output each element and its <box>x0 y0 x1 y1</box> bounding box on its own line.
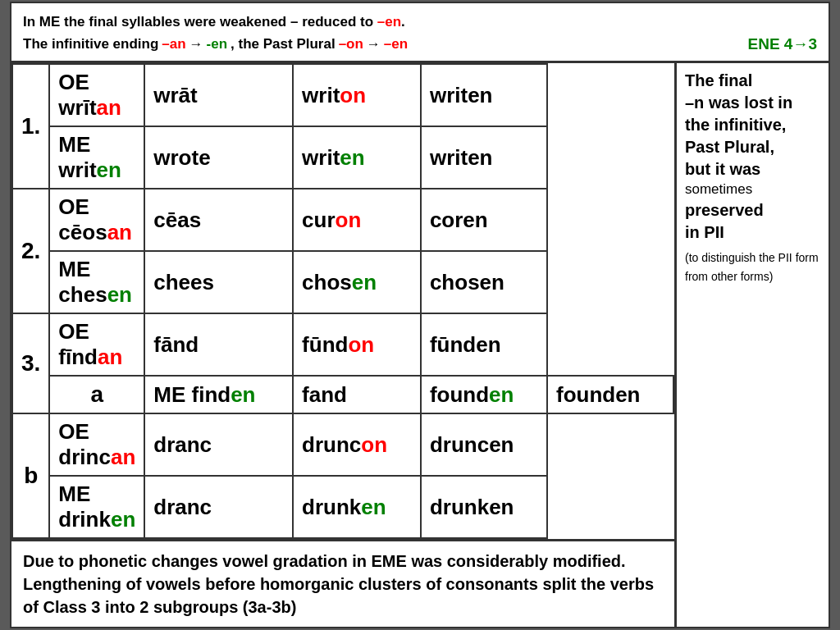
cell-me-finden: ME finden <box>144 376 293 413</box>
sidebar-line6: preserved <box>685 199 820 221</box>
cell-me-chesen: ME chesen <box>49 251 144 313</box>
cell-oe-drincan: OE drincan <box>49 413 144 476</box>
footer-text: Due to phonetic changes vowel gradation … <box>11 539 674 627</box>
cell-founden1: founden <box>421 376 547 413</box>
row-num-a: a <box>49 376 144 413</box>
sidebar-line3: Past Plural, <box>685 136 820 158</box>
cell-fand2: fand <box>293 376 421 413</box>
cell-oe-writan: OE wrītan <box>49 64 144 126</box>
cell-wrat: wrāt <box>144 64 293 126</box>
sidebar-line4: but it was <box>685 158 820 180</box>
cell-me-writen: ME writen <box>49 126 144 189</box>
cell-oe-findan: OE fīndan <box>49 313 144 376</box>
row-num-1: 1. <box>12 64 49 189</box>
sidebar: The final –n was lost in the infinitive,… <box>677 63 829 627</box>
header-en3: –en <box>384 34 408 55</box>
cell-druncen: druncen <box>421 413 547 476</box>
cell-chosen1: chosen <box>293 251 421 313</box>
row-num-2: 2. <box>12 189 49 313</box>
table-row: 1. OE wrītan wrāt writon writen <box>12 64 673 126</box>
ene-label: ENE 4→3 <box>748 33 817 57</box>
footer-content: Due to phonetic changes vowel gradation … <box>23 552 654 616</box>
cell-drunken2: drunken <box>421 476 547 538</box>
conjugation-table: 1. OE wrītan wrāt writon writen ME write… <box>11 63 674 539</box>
table-row: ME writen wrote writen writen <box>12 126 673 189</box>
sidebar-line8: (to distinguish the PII form from other … <box>685 249 820 286</box>
row-num-3: 3. <box>12 313 49 413</box>
sidebar-line1: The final <box>685 70 820 92</box>
cell-ceas: cēas <box>144 189 293 251</box>
header-mid: , the Past Plural <box>231 34 336 55</box>
table-row: a ME finden fand founden founden <box>12 376 673 413</box>
cell-curon: curon <box>293 189 421 251</box>
cell-dranc: dranc <box>144 413 293 476</box>
header-an: –an <box>162 34 185 55</box>
cell-druncon: druncon <box>293 413 421 476</box>
header-line1-pre: In ME the final syllables were weakened … <box>23 14 377 30</box>
cell-writen3: writen <box>421 126 547 189</box>
cell-writon: writon <box>293 64 421 126</box>
table-row: ME chesen chees chosen chosen <box>12 251 673 313</box>
header-arrow2: → <box>367 34 381 55</box>
header: In ME the final syllables were weakened … <box>11 3 829 63</box>
cell-dranc2: dranc <box>144 476 293 538</box>
header-line2: The infinitive ending –an → -en, the Pas… <box>23 33 817 57</box>
sidebar-line2: –n was lost in the infinitive, <box>685 92 820 136</box>
cell-chees: chees <box>144 251 293 313</box>
cell-coren: coren <box>421 189 547 251</box>
sidebar-line7: in PII <box>685 221 820 244</box>
content-area: 1. OE wrītan wrāt writon writen ME write… <box>11 63 829 627</box>
cell-wrote: wrote <box>144 126 293 189</box>
header-en2: -en <box>207 34 228 55</box>
cell-writen1: writen <box>421 64 547 126</box>
table-row: 2. OE cēosan cēas curon coren <box>12 189 673 251</box>
cell-drunken1: drunken <box>293 476 421 538</box>
cell-founden2: founden <box>547 376 673 413</box>
cell-funden: fūnden <box>421 313 547 376</box>
header-line2-pre: The infinitive ending <box>23 34 158 55</box>
header-line1: In ME the final syllables were weakened … <box>23 11 817 33</box>
main-table: 1. OE wrītan wrāt writon writen ME write… <box>11 63 677 627</box>
row-num-b: b <box>12 413 49 538</box>
header-arrow1: → <box>189 34 203 55</box>
cell-me-drinken: ME drinken <box>49 476 144 538</box>
sidebar-line5: sometimes <box>685 180 820 199</box>
cell-fundon: fūndon <box>293 313 421 376</box>
header-en: –en <box>377 14 401 30</box>
header-line1-post: . <box>401 14 405 30</box>
cell-writen2: writen <box>293 126 421 189</box>
cell-fand: fānd <box>144 313 293 376</box>
table-row: b OE drincan dranc druncon druncen <box>12 413 673 476</box>
table-row: 3. OE fīndan fānd fūndon fūnden <box>12 313 673 376</box>
table-row: ME drinken dranc drunken drunken <box>12 476 673 538</box>
cell-chosen2: chosen <box>421 251 547 313</box>
cell-oe-ceosan: OE cēosan <box>49 189 144 251</box>
slide: In ME the final syllables were weakened … <box>10 2 830 628</box>
header-on: –on <box>339 34 363 55</box>
